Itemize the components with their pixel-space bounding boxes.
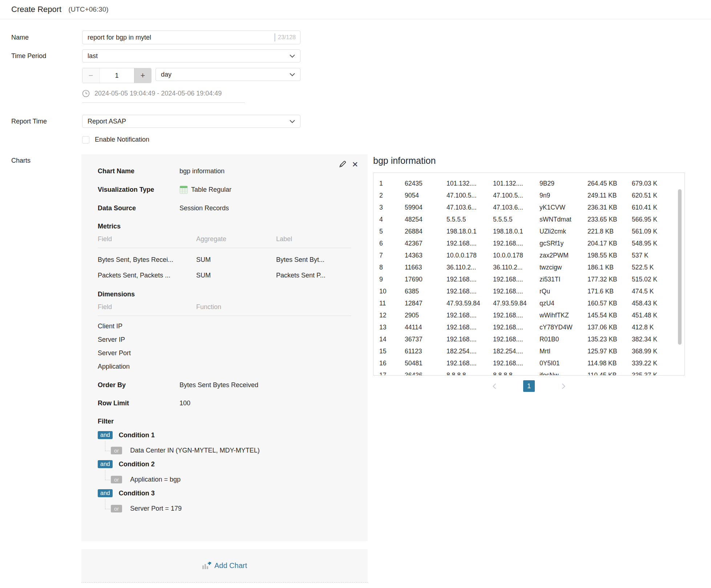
cell-bytes: 135.23 KB — [587, 336, 632, 343]
table-row: 9 17690 192.168.... 192.168.... zi531TI … — [373, 273, 684, 285]
cell-packets: 620.51 K — [632, 192, 684, 199]
time-period-select[interactable]: last — [82, 49, 300, 62]
date-range-display: 2024-05-05 19:04:49 - 2024-05-06 19:04:4… — [82, 90, 245, 103]
metrics-rows: Bytes Sent, Bytes Recei... SUM Bytes Sen… — [98, 248, 351, 282]
stepper-value[interactable]: 1 — [100, 68, 134, 83]
plus-icon: + — [141, 71, 145, 80]
cell-port: 61123 — [405, 348, 447, 355]
cell-application: rQu — [540, 288, 587, 295]
cell-rank: 5 — [379, 228, 405, 235]
cell-application: sWNTdmat — [540, 216, 587, 223]
cell-server-ip: 192.168.... — [493, 360, 540, 367]
dimension-row: Server IP — [98, 333, 351, 346]
cell-application: 0Y5I01 — [540, 360, 587, 367]
stepper-increase-button[interactable]: + — [134, 68, 151, 83]
cell-port: 6385 — [405, 288, 447, 295]
cell-port: 17690 — [405, 276, 447, 283]
preview-chart-title: bgp information — [373, 155, 436, 166]
chevron-down-icon — [290, 73, 295, 76]
filter-condition-group: and Condition 2 or Application = bgp — [98, 460, 351, 483]
time-unit-select[interactable]: day — [155, 68, 300, 81]
cell-rank: 16 — [379, 360, 405, 367]
cell-application: cY78YD4W — [540, 324, 587, 331]
name-label: Name — [11, 34, 82, 41]
dimension-row: Client IP — [98, 320, 351, 333]
cell-client-ip: 198.18.0.1 — [447, 228, 493, 235]
cell-server-ip: 36.110.2... — [493, 264, 540, 271]
chevron-down-icon — [290, 120, 295, 123]
cell-client-ip: 10.0.0.178 — [447, 252, 493, 259]
cell-port: 36436 — [405, 372, 447, 376]
enable-notification-checkbox[interactable] — [82, 136, 89, 143]
cell-port: 48254 — [405, 216, 447, 223]
name-input[interactable]: report for bgp in mytel 23/128 — [82, 31, 300, 44]
cell-port: 9054 — [405, 192, 447, 199]
or-operator-badge[interactable]: or — [111, 476, 122, 483]
dimension-field: Server Port — [98, 349, 196, 357]
prev-page-button[interactable] — [493, 383, 496, 389]
or-operator-badge[interactable]: or — [111, 505, 122, 512]
cell-packets: 335.37 K — [632, 372, 684, 376]
cell-bytes: 171.6 KB — [587, 288, 632, 295]
cell-bytes: 145.54 KB — [587, 312, 632, 319]
dimensions-title: Dimensions — [98, 291, 351, 298]
cell-rank: 6 — [379, 240, 405, 247]
next-page-button[interactable] — [562, 383, 565, 389]
cell-bytes: 249.11 KB — [587, 192, 632, 199]
cell-bytes: 137.06 KB — [587, 324, 632, 331]
name-value: report for bgp in mytel — [88, 34, 151, 41]
cell-port: 14363 — [405, 252, 447, 259]
cell-rank: 1 — [379, 180, 405, 187]
or-operator-badge[interactable]: or — [111, 447, 122, 454]
and-operator-badge[interactable]: and — [98, 431, 113, 439]
condition-name: Condition 2 — [119, 461, 155, 468]
cell-client-ip: 47.93.59.84 — [447, 300, 493, 307]
cell-bytes: 264.45 KB — [587, 180, 632, 187]
cell-packets: 474.5 K — [632, 288, 684, 295]
current-page-button[interactable]: 1 — [523, 380, 535, 392]
remove-chart-button[interactable]: ✕ — [352, 161, 358, 168]
close-icon: ✕ — [352, 161, 358, 168]
cell-rank: 2 — [379, 192, 405, 199]
cell-server-ip: 47.93.59.84 — [493, 300, 540, 307]
and-operator-badge[interactable]: and — [98, 460, 113, 468]
cell-bytes: 233.65 KB — [587, 216, 632, 223]
table-scrollbar[interactable] — [678, 189, 682, 345]
table-row: 8 11663 36.110.2... 36.110.2... twzcigw … — [373, 261, 684, 273]
cell-server-ip: 101.132.... — [493, 180, 540, 187]
metric-aggregate: SUM — [196, 256, 276, 264]
cell-rank: 12 — [379, 312, 405, 319]
edit-chart-button[interactable] — [338, 160, 347, 169]
metrics-column-headers: Field Aggregate Label — [98, 235, 351, 248]
pencil-icon — [338, 160, 347, 169]
add-chart-button[interactable]: Add Chart — [81, 549, 368, 583]
cell-server-ip: 192.168.... — [493, 288, 540, 295]
table-row: 17 36436 8.8.8.8 8.8.8.8 ifesNw 110.45 K… — [373, 369, 684, 376]
cell-server-ip: 192.168.... — [493, 336, 540, 343]
chevron-down-icon — [290, 54, 295, 58]
cell-port: 62435 — [405, 180, 447, 187]
cell-packets: 566.95 K — [632, 216, 684, 223]
order-by-value: Bytes Sent Bytes Received — [179, 381, 351, 389]
cell-rank: 7 — [379, 252, 405, 259]
add-chart-label: Add Chart — [214, 561, 247, 570]
dimension-row: Server Port — [98, 346, 351, 360]
cell-port: 44114 — [405, 324, 447, 331]
and-operator-badge[interactable]: and — [98, 489, 113, 497]
cell-client-ip: 182.254.... — [447, 348, 493, 355]
cell-bytes: 110.45 KB — [587, 372, 632, 376]
cell-server-ip: 198.18.0.1 — [493, 228, 540, 235]
cell-packets: 522.5 K — [632, 264, 684, 271]
timezone-label: (UTC+06:30) — [68, 5, 108, 13]
cell-port: 42367 — [405, 240, 447, 247]
table-row: 3 59904 47.103.6... 47.103.6... yK1CVW 2… — [373, 202, 684, 214]
chart-config-panel: ✕ Chart Name bgp information Visualizati… — [81, 154, 368, 541]
stepper-decrease-button[interactable]: − — [82, 68, 100, 83]
report-time-select[interactable]: Report ASAP — [82, 115, 300, 128]
condition-expression: Data Center IN (YGN-MYTEL, MDY-MYTEL) — [130, 447, 259, 454]
cell-client-ip: 192.168.... — [447, 288, 493, 295]
cell-server-ip: 192.168.... — [493, 240, 540, 247]
cell-client-ip: 192.168.... — [447, 240, 493, 247]
cell-client-ip: 36.110.2... — [447, 264, 493, 271]
charts-section-label: Charts — [11, 157, 31, 165]
